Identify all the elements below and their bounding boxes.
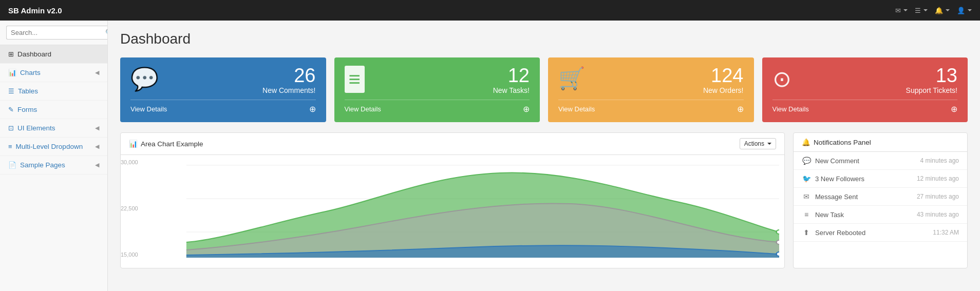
comments-label: New Comments! [262,86,315,94]
chart-panel: 📊 Area Chart Example Actions 30,000 22,5… [120,132,785,268]
main-content: Dashboard 💬 26 New Comments! View Detail… [108,21,980,291]
sidebar-item-charts[interactable]: 📊 Charts ◀ [0,64,107,82]
chart-panel-heading: 📊 Area Chart Example Actions [121,133,784,155]
notif-message-text: Message Sent [815,193,858,201]
page-title: Dashboard [120,31,968,47]
multi-level-arrow: ◀ [95,143,99,150]
bell-btn[interactable]: 🔔 [935,7,950,14]
tickets-footer-icon: ⊕ [951,104,957,114]
notif-followers-text: 3 New Followers [815,175,864,183]
area-chart-svg [126,160,779,263]
chart-body: 30,000 22,500 15,000 [121,155,784,268]
actions-caret [767,143,771,145]
chart-title: Area Chart Example [141,140,203,148]
topnav: SB Admin v2.0 ✉ ☰ 🔔 👤 [0,0,980,21]
tasks-footer-icon: ⊕ [523,104,530,114]
sidebar-search-container: 🔍 [0,21,107,45]
green-dot [777,230,779,234]
user-icon: 👤 [957,7,965,14]
notif-envelope-icon: ✉ [802,192,811,201]
notif-comment-text: New Comment [815,157,859,165]
chart-icon: 📊 [129,140,138,148]
orders-footer-icon: ⊕ [737,104,744,114]
blue-dot [777,252,779,256]
forms-icon: ✎ [8,106,14,113]
notifications-panel: 🔔 Notifications Panel 💬 New Comment 4 mi… [793,132,968,268]
tickets-number: 13 [906,66,957,85]
tasks-view-details[interactable]: View Details [345,105,381,113]
sidebar-item-ui-elements[interactable]: ⊡ UI Elements ◀ [0,119,107,138]
sidebar-item-label: Multi-Level Dropdown [16,143,95,150]
notif-message-time: 27 minutes ago [917,193,959,200]
orders-number: 124 [703,66,744,85]
stat-card-tasks: ≡ 12 New Tasks! View Details ⊕ [334,57,540,122]
gray-dot [777,240,779,244]
envelope-btn[interactable]: ✉ [895,7,908,14]
list-icon: ☰ [915,7,921,14]
search-button[interactable]: 🔍 [101,26,108,40]
bell-icon: 🔔 [935,7,943,14]
sidebar-item-label: UI Elements [17,124,95,132]
charts-arrow: ◀ [95,69,99,76]
sidebar-item-label: Sample Pages [20,161,95,169]
list-btn[interactable]: ☰ [915,7,928,14]
sidebar: 🔍 ⊞ Dashboard 📊 Charts ◀ ☰ Tabl [0,21,108,291]
tasks-label: New Tasks! [493,86,530,94]
ui-elements-arrow: ◀ [95,125,99,131]
notif-comment-time: 4 minutes ago [920,157,959,164]
sidebar-item-forms[interactable]: ✎ Forms [0,101,107,119]
sidebar-item-dashboard[interactable]: ⊞ Dashboard [0,45,107,64]
notif-item-server: ⬆ Server Rebooted 11:32 AM [794,224,967,242]
notif-server-time: 11:32 AM [933,229,959,236]
notif-comment-icon: 💬 [802,157,811,165]
comments-footer-icon: ⊕ [309,104,316,114]
envelope-icon: ✉ [895,7,901,14]
bell-icon: 🔔 [802,138,811,146]
notif-item-followers: 🐦 3 New Followers 12 minutes ago [794,170,967,188]
notif-item-message: ✉ Message Sent 27 minutes ago [794,188,967,206]
orders-view-details[interactable]: View Details [558,105,595,113]
tickets-icon: ⊙ [772,66,791,92]
comments-view-details[interactable]: View Details [130,105,167,113]
comments-icon: 💬 [130,66,159,92]
comments-number: 26 [262,66,315,85]
list-caret [924,9,928,11]
multi-level-icon: ≡ [8,143,12,150]
user-btn[interactable]: 👤 [957,7,972,14]
sample-pages-icon: 📄 [8,161,16,169]
stat-card-orders: 🛒 124 New Orders! View Details ⊕ [548,57,754,122]
sidebar-item-label: Charts [20,69,95,76]
notif-server-icon: ⬆ [802,228,811,237]
notif-twitter-icon: 🐦 [802,174,811,183]
brand-title: SB Admin v2.0 [8,6,62,15]
sample-pages-arrow: ◀ [95,162,99,168]
tickets-view-details[interactable]: View Details [772,105,809,113]
stat-cards: 💬 26 New Comments! View Details ⊕ ≡ [120,57,968,122]
orders-icon: 🛒 [558,66,585,91]
notif-item-task: ≡ New Task 43 minutes ago [794,206,967,224]
sidebar-item-multi-level[interactable]: ≡ Multi-Level Dropdown ◀ [0,138,107,156]
topnav-icons: ✉ ☰ 🔔 👤 [895,7,972,14]
notif-followers-time: 12 minutes ago [917,175,959,182]
sidebar-item-label: Dashboard [17,50,99,58]
tasks-number: 12 [493,66,530,85]
notifications-title: Notifications Panel [814,139,871,146]
tasks-icon: ≡ [345,66,365,93]
app-body: 🔍 ⊞ Dashboard 📊 Charts ◀ ☰ Tabl [0,21,980,291]
sidebar-item-sample-pages[interactable]: 📄 Sample Pages ◀ [0,156,107,174]
envelope-caret [903,9,908,11]
search-input[interactable] [6,26,101,40]
sidebar-item-label: Forms [17,106,99,113]
sidebar-item-label: Tables [18,87,99,95]
orders-label: New Orders! [703,86,744,94]
notif-task-time: 43 minutes ago [917,211,959,218]
actions-button[interactable]: Actions [740,138,776,149]
sidebar-item-tables[interactable]: ☰ Tables [0,82,107,101]
y-label-mid: 22,500 [121,205,146,211]
notif-task-text: New Task [815,211,844,219]
bell-caret [946,9,950,11]
notif-server-text: Server Rebooted [815,229,865,237]
tables-icon: ☰ [8,87,14,95]
charts-icon: 📊 [8,69,16,76]
sidebar-nav: ⊞ Dashboard 📊 Charts ◀ ☰ Tables ✎ [0,45,107,174]
